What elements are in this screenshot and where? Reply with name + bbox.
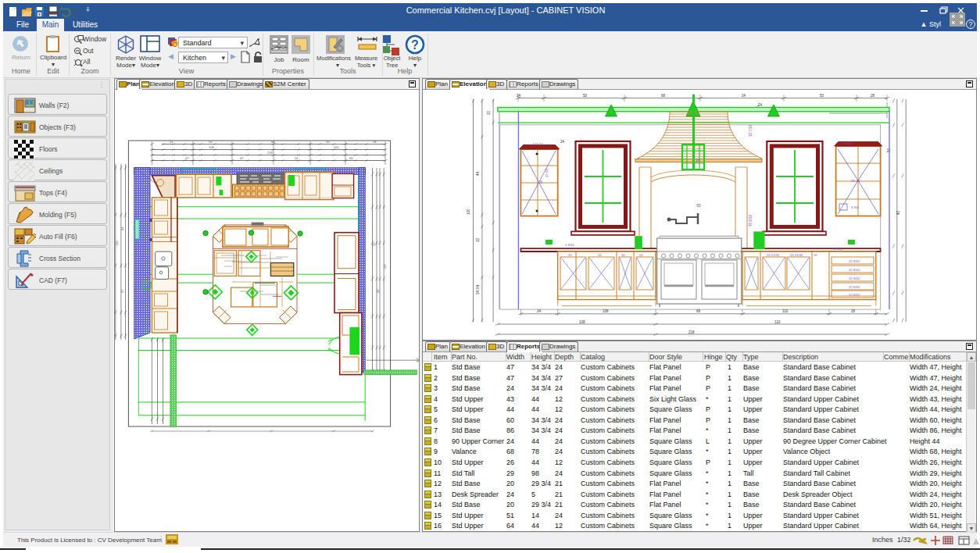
svg-text:24: 24	[742, 94, 746, 98]
svg-text:22 9/32: 22 9/32	[849, 285, 860, 289]
svg-text:50: 50	[209, 140, 213, 144]
svg-text:24: 24	[758, 103, 763, 107]
svg-text:20: 20	[487, 110, 491, 115]
svg-text:?: ?	[411, 38, 419, 52]
svg-text:22: 22	[639, 253, 643, 257]
svg-text:56: 56	[372, 242, 376, 246]
svg-text:22: 22	[598, 253, 602, 257]
svg-text:108: 108	[603, 309, 609, 313]
svg-text:50: 50	[583, 94, 588, 98]
svg-text:12: 12	[476, 237, 480, 242]
svg-text:22 21/32: 22 21/32	[767, 253, 780, 257]
svg-text:42: 42	[896, 210, 900, 215]
svg-text:35 9/32: 35 9/32	[749, 214, 753, 227]
svg-text:28: 28	[851, 309, 856, 313]
svg-text:120: 120	[115, 241, 119, 246]
svg-text:218: 218	[267, 151, 273, 155]
svg-text:24: 24	[170, 140, 173, 144]
svg-text:47: 47	[240, 156, 244, 160]
svg-text:44: 44	[476, 171, 480, 176]
svg-text:65: 65	[696, 203, 701, 208]
svg-text:1 9/16: 1 9/16	[833, 247, 842, 251]
svg-text:3 15/16: 3 15/16	[842, 141, 853, 145]
svg-text:110: 110	[782, 309, 789, 313]
svg-text:22 9/32: 22 9/32	[849, 276, 860, 280]
svg-text:3 3/4: 3 3/4	[851, 205, 859, 209]
svg-text:24: 24	[517, 94, 521, 98]
svg-text:22 9/32: 22 9/32	[849, 268, 860, 272]
svg-text:68: 68	[271, 140, 275, 144]
svg-text:22 9/32: 22 9/32	[849, 259, 860, 263]
svg-text:10: 10	[621, 253, 625, 257]
svg-text:47: 47	[185, 156, 189, 160]
svg-text:110: 110	[334, 145, 339, 149]
svg-text:120: 120	[467, 209, 470, 215]
svg-text:120: 120	[383, 264, 387, 269]
svg-text:50: 50	[326, 140, 330, 144]
svg-text:68: 68	[696, 309, 701, 313]
svg-text:68: 68	[661, 94, 666, 98]
svg-text:34 3/4: 34 3/4	[476, 284, 480, 294]
svg-text:22 21/32: 22 21/32	[790, 253, 803, 257]
svg-text:60: 60	[349, 156, 353, 160]
svg-text:32 7/32: 32 7/32	[749, 124, 753, 137]
svg-text:24: 24	[537, 309, 542, 313]
svg-text:3 15/16: 3 15/16	[532, 142, 544, 146]
svg-text:22 1/2: 22 1/2	[545, 168, 549, 177]
svg-text:1 9/16: 1 9/16	[565, 243, 574, 247]
svg-text:110: 110	[774, 320, 781, 324]
svg-text:24: 24	[560, 140, 565, 144]
svg-text:42: 42	[376, 289, 380, 293]
svg-text:28: 28	[373, 140, 377, 144]
svg-text:50: 50	[820, 94, 824, 98]
svg-text:22 1/2: 22 1/2	[851, 179, 860, 183]
svg-text:27: 27	[120, 289, 124, 293]
svg-text:108: 108	[579, 320, 585, 324]
svg-text:218: 218	[689, 330, 695, 334]
svg-text:22: 22	[568, 253, 572, 257]
svg-text:44: 44	[120, 227, 124, 230]
svg-text:28: 28	[871, 94, 875, 98]
svg-text:10: 10	[814, 253, 817, 257]
svg-text:108: 108	[209, 145, 214, 149]
svg-text:24: 24	[295, 156, 299, 160]
